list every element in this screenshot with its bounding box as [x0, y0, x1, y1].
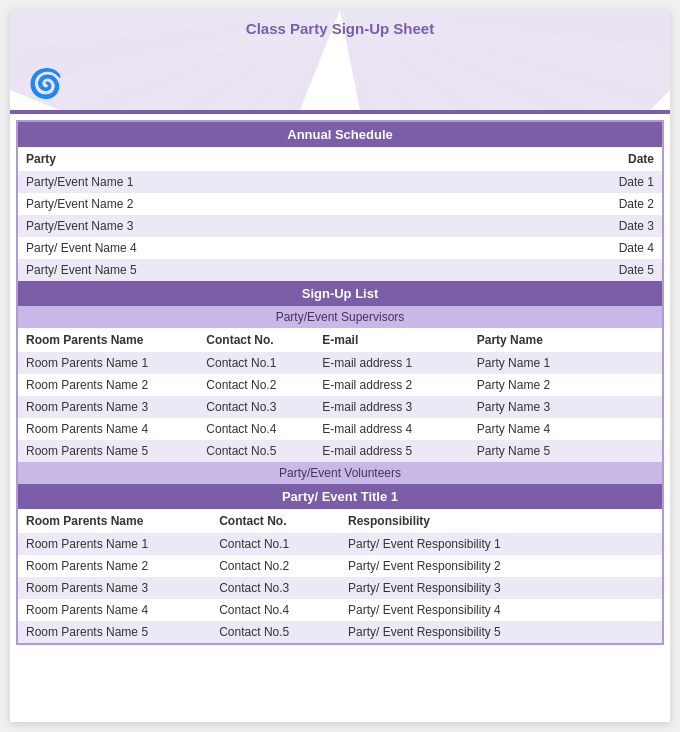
vol-col-name-header: Room Parents Name [18, 509, 211, 533]
volunteers-header-row: Room Parents Name Contact No. Responsibi… [18, 509, 662, 533]
col-date-header: Date [476, 147, 662, 171]
annual-schedule-header: Annual Schedule [18, 122, 662, 147]
vol-responsibility-3: Party/ Event Responsibility 3 [340, 577, 662, 599]
supervisor-name-2: Room Parents Name 2 [18, 374, 198, 396]
supervisor-contact-5: Contact No.5 [198, 440, 314, 462]
vol-contact-2: Contact No.2 [211, 555, 340, 577]
table-row: Party/Event Name 2 Date 2 [18, 193, 662, 215]
volunteers-header: Party/Event Volunteers [18, 462, 662, 484]
vol-name-3: Room Parents Name 3 [18, 577, 211, 599]
vol-responsibility-5: Party/ Event Responsibility 5 [340, 621, 662, 643]
date-2: Date 2 [476, 193, 662, 215]
vol-name-5: Room Parents Name 5 [18, 621, 211, 643]
supervisor-email-4: E-mail address 4 [314, 418, 469, 440]
supervisor-party-4: Party Name 4 [469, 418, 662, 440]
supervisor-contact-2: Contact No.2 [198, 374, 314, 396]
table-row: Room Parents Name 2 Contact No.2 Party/ … [18, 555, 662, 577]
vol-contact-1: Contact No.1 [211, 533, 340, 555]
supervisor-party-3: Party Name 3 [469, 396, 662, 418]
annual-schedule-table: Party Date Party/Event Name 1 Date 1 Par… [18, 147, 662, 281]
col-name-header: Room Parents Name [18, 328, 198, 352]
vol-contact-3: Contact No.3 [211, 577, 340, 599]
table-row: Party/ Event Name 5 Date 5 [18, 259, 662, 281]
col-party-header: Party Name [469, 328, 662, 352]
vol-col-responsibility-header: Responsibility [340, 509, 662, 533]
vol-responsibility-4: Party/ Event Responsibility 4 [340, 599, 662, 621]
header-divider [10, 110, 670, 114]
supervisor-name-3: Room Parents Name 3 [18, 396, 198, 418]
party-name-2: Party/Event Name 2 [18, 193, 476, 215]
volunteers-table: Room Parents Name Contact No. Responsibi… [18, 509, 662, 643]
supervisor-email-1: E-mail address 1 [314, 352, 469, 374]
table-row: Room Parents Name 2 Contact No.2 E-mail … [18, 374, 662, 396]
page-title: Class Party Sign-Up Sheet [246, 20, 434, 37]
table-row: Room Parents Name 5 Contact No.5 Party/ … [18, 621, 662, 643]
supervisor-name-1: Room Parents Name 1 [18, 352, 198, 374]
date-4: Date 4 [476, 237, 662, 259]
col-party-header: Party [18, 147, 476, 171]
supervisor-email-3: E-mail address 3 [314, 396, 469, 418]
supervisors-header: Party/Event Supervisors [18, 306, 662, 328]
vol-col-contact-header: Contact No. [211, 509, 340, 533]
supervisor-party-1: Party Name 1 [469, 352, 662, 374]
event-title-header: Party/ Event Title 1 [18, 484, 662, 509]
supervisor-contact-3: Contact No.3 [198, 396, 314, 418]
supervisor-email-2: E-mail address 2 [314, 374, 469, 396]
main-content: Annual Schedule Party Date Party/Event N… [16, 120, 664, 645]
date-3: Date 3 [476, 215, 662, 237]
vol-responsibility-2: Party/ Event Responsibility 2 [340, 555, 662, 577]
supervisors-header-row: Room Parents Name Contact No. E-mail Par… [18, 328, 662, 352]
annual-table-header-row: Party Date [18, 147, 662, 171]
supervisor-contact-1: Contact No.1 [198, 352, 314, 374]
table-row: Room Parents Name 1 Contact No.1 Party/ … [18, 533, 662, 555]
vol-contact-4: Contact No.4 [211, 599, 340, 621]
party-name-4: Party/ Event Name 4 [18, 237, 476, 259]
vol-responsibility-1: Party/ Event Responsibility 1 [340, 533, 662, 555]
table-row: Party/ Event Name 4 Date 4 [18, 237, 662, 259]
table-row: Room Parents Name 5 Contact No.5 E-mail … [18, 440, 662, 462]
table-row: Party/Event Name 1 Date 1 [18, 171, 662, 193]
party-name-3: Party/Event Name 3 [18, 215, 476, 237]
table-row: Party/Event Name 3 Date 3 [18, 215, 662, 237]
supervisors-table: Room Parents Name Contact No. E-mail Par… [18, 328, 662, 462]
supervisor-name-4: Room Parents Name 4 [18, 418, 198, 440]
table-row: Room Parents Name 4 Contact No.4 Party/ … [18, 599, 662, 621]
date-1: Date 1 [476, 171, 662, 193]
signup-list-header: Sign-Up List [18, 281, 662, 306]
supervisor-name-5: Room Parents Name 5 [18, 440, 198, 462]
vol-name-4: Room Parents Name 4 [18, 599, 211, 621]
party-name-5: Party/ Event Name 5 [18, 259, 476, 281]
date-5: Date 5 [476, 259, 662, 281]
spiral-icon: 🌀 [28, 67, 63, 100]
table-row: Room Parents Name 3 Contact No.3 Party/ … [18, 577, 662, 599]
table-row: Room Parents Name 1 Contact No.1 E-mail … [18, 352, 662, 374]
vol-contact-5: Contact No.5 [211, 621, 340, 643]
vol-name-1: Room Parents Name 1 [18, 533, 211, 555]
supervisor-party-2: Party Name 2 [469, 374, 662, 396]
table-row: Room Parents Name 3 Contact No.3 E-mail … [18, 396, 662, 418]
supervisor-party-5: Party Name 5 [469, 440, 662, 462]
supervisor-email-5: E-mail address 5 [314, 440, 469, 462]
supervisor-contact-4: Contact No.4 [198, 418, 314, 440]
table-row: Room Parents Name 4 Contact No.4 E-mail … [18, 418, 662, 440]
party-name-1: Party/Event Name 1 [18, 171, 476, 193]
col-contact-header: Contact No. [198, 328, 314, 352]
vol-name-2: Room Parents Name 2 [18, 555, 211, 577]
col-email-header: E-mail [314, 328, 469, 352]
